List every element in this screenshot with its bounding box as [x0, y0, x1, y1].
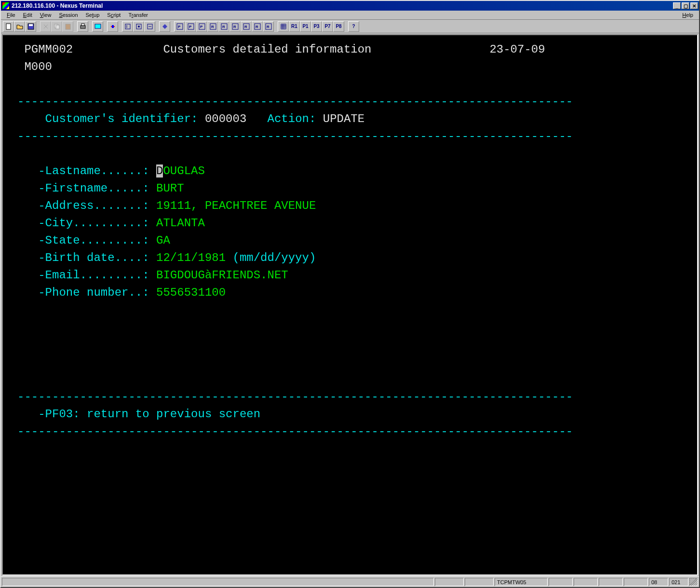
pf-e-icon[interactable]: R [218, 21, 229, 32]
pf-f-icon[interactable]: R [229, 21, 241, 32]
pf-g-icon[interactable]: R [241, 21, 252, 32]
p3-button[interactable]: P3 [311, 21, 322, 32]
pf-c-icon[interactable]: P [196, 21, 207, 32]
p1-button[interactable]: P1 [300, 21, 311, 32]
menu-setup[interactable]: Setup [82, 11, 104, 19]
svg-text:R: R [211, 25, 214, 29]
screen-icon[interactable] [92, 21, 103, 32]
maximize-button[interactable]: ▢ [682, 2, 689, 9]
tool-b-icon[interactable] [133, 21, 144, 32]
diamond-icon[interactable] [159, 21, 170, 32]
minimize-button[interactable]: _ [673, 2, 681, 9]
menu-view[interactable]: View [36, 11, 55, 19]
print-icon[interactable] [77, 21, 88, 32]
svg-text:R: R [267, 25, 269, 29]
connect-icon[interactable] [107, 21, 118, 32]
copy-icon[interactable] [51, 21, 62, 32]
new-icon[interactable] [3, 21, 14, 32]
pf-b-icon[interactable]: P [185, 21, 196, 32]
status-col: 021 [669, 578, 688, 586]
grid-icon[interactable] [278, 21, 289, 32]
pf-d-icon[interactable]: R [207, 21, 218, 32]
help-icon[interactable]: ? [348, 21, 359, 32]
svg-text:R: R [233, 25, 236, 29]
p8-button[interactable]: P8 [333, 21, 344, 32]
terminal-area[interactable]: PGMM002 Customers detailed information 2… [2, 34, 698, 575]
menu-file[interactable]: File [3, 11, 19, 19]
svg-rect-4 [56, 25, 59, 29]
pf-h-icon[interactable]: R [252, 21, 263, 32]
svg-text:P: P [200, 25, 203, 29]
status-cell-3 [549, 578, 573, 586]
menu-script[interactable]: Script [103, 11, 124, 19]
open-icon[interactable] [14, 21, 25, 32]
menu-session[interactable]: Session [55, 11, 81, 19]
svg-rect-0 [6, 24, 11, 29]
menu-transfer[interactable]: Transfer [124, 11, 152, 19]
app-icon [2, 2, 10, 10]
app-window: 212.180.116.100 - Nexus Terminal _ ▢ ✕ F… [0, 0, 700, 588]
svg-text:P: P [178, 25, 181, 29]
cut-icon[interactable] [40, 21, 51, 32]
tool-c-icon[interactable] [144, 21, 155, 32]
menubar: File Edit View Session Setup Script Tran… [1, 11, 699, 20]
svg-rect-9 [125, 24, 130, 29]
p7-button[interactable]: P7 [322, 21, 333, 32]
menu-help[interactable]: Help [678, 11, 697, 19]
pf-i-icon[interactable]: R [263, 21, 274, 32]
pf-a-icon[interactable]: P [174, 21, 185, 32]
tool-a-icon[interactable] [122, 21, 133, 32]
terminal-screen[interactable]: PGMM002 Customers detailed information 2… [3, 35, 697, 574]
resize-grip-icon[interactable] [689, 578, 698, 586]
svg-rect-2 [29, 24, 33, 26]
status-row: 08 [649, 578, 668, 586]
status-cell-2 [465, 578, 494, 586]
svg-rect-5 [66, 24, 70, 29]
close-button[interactable]: ✕ [690, 2, 698, 9]
svg-rect-6 [81, 26, 85, 28]
svg-text:P: P [189, 25, 192, 29]
status-cell-1 [435, 578, 464, 586]
status-cell-4 [574, 578, 598, 586]
toolbar: P P P R R R R R R R1 P1 P3 P7 P8 ? [1, 20, 699, 33]
r1-button[interactable]: R1 [289, 21, 300, 32]
svg-text:R: R [256, 25, 258, 29]
titlebar: 212.180.116.100 - Nexus Terminal _ ▢ ✕ [1, 1, 699, 11]
menu-edit[interactable]: Edit [19, 11, 36, 19]
status-cell-6 [624, 578, 648, 586]
save-icon[interactable] [25, 21, 36, 32]
status-session: TCPMTW05 [495, 578, 548, 586]
statusbar: TCPMTW05 08 021 [1, 576, 699, 587]
svg-rect-8 [95, 24, 101, 28]
svg-rect-7 [81, 24, 84, 26]
svg-text:R: R [244, 25, 247, 29]
status-main [2, 578, 434, 586]
status-cell-5 [599, 578, 623, 586]
paste-icon[interactable] [62, 21, 73, 32]
window-title: 212.180.116.100 - Nexus Terminal [12, 2, 673, 9]
svg-point-11 [138, 26, 140, 27]
svg-text:R: R [222, 25, 225, 29]
